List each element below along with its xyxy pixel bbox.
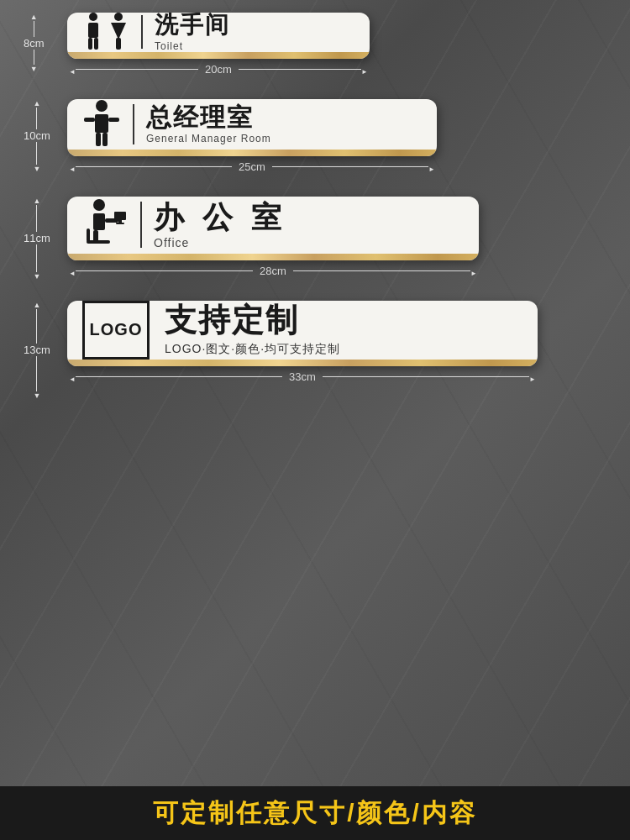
divider-2 [133, 104, 134, 144]
width-label-1: 20cm [198, 63, 239, 76]
height-label-3: 11cm [24, 232, 50, 244]
svg-rect-7 [95, 114, 108, 133]
sign-2-english: General Manager Room [146, 133, 271, 144]
svg-rect-11 [102, 133, 108, 146]
sign-row-4: ▲ 13cm ▼ LOGO 支持定制 LOGO·图文·颜色·均可支持定制 [67, 301, 605, 385]
right-arrow-2 [428, 160, 435, 175]
left-arrow-4 [69, 370, 76, 385]
height-indicator-1: ▲ 8cm ▼ [24, 13, 45, 73]
right-arrow-1 [361, 62, 368, 77]
svg-rect-9 [108, 118, 119, 122]
divider-3 [140, 202, 142, 248]
arrow-down-1: ▼ [30, 65, 38, 73]
sign-wrapper-3: 办 公 室 Office 28cm [67, 197, 605, 279]
sign-wrapper-1: 洗手间 Toilet 20cm [67, 13, 605, 77]
left-arrow-3 [69, 264, 76, 279]
arrow-up-4: ▲ [33, 301, 40, 309]
sign-2-chinese: 总经理室 [146, 103, 271, 131]
svg-rect-2 [88, 38, 92, 50]
arrow-up-3: ▲ [33, 197, 40, 205]
h-line-left-3 [76, 270, 253, 271]
svg-rect-8 [84, 118, 95, 122]
right-arrow-3 [470, 264, 477, 279]
svg-rect-3 [94, 38, 98, 50]
toilet-icons [82, 13, 129, 51]
female-icon [108, 13, 129, 51]
svg-rect-5 [116, 38, 121, 50]
svg-point-6 [96, 100, 108, 112]
sign-3-text: 办 公 室 Office [154, 201, 286, 249]
sign-4-sub: LOGO·图文·颜色·均可支持定制 [165, 342, 340, 357]
sign-1-content: 洗手间 Toilet [67, 13, 370, 52]
h-line-right-2 [272, 166, 428, 167]
height-indicator-2: ▲ 10cm ▼ [24, 99, 50, 173]
sign-3-english: Office [154, 236, 286, 249]
height-label-2: 10cm [24, 129, 50, 142]
arrow-down-4: ▼ [33, 391, 40, 400]
svg-rect-1 [88, 23, 98, 38]
wood-stripe-4 [67, 360, 538, 366]
arrow-down-3: ▼ [33, 272, 40, 281]
wood-stripe-3 [67, 254, 479, 260]
svg-rect-20 [116, 223, 124, 224]
h-line-left-1 [76, 69, 198, 70]
sign-1-english: Toilet [155, 40, 230, 52]
bottom-text: 可定制任意尺寸/颜色/内容 [153, 796, 477, 831]
wood-stripe-2 [67, 150, 437, 156]
h-line-right-4 [323, 376, 529, 377]
arrow-down-2: ▼ [33, 165, 40, 173]
svg-rect-10 [96, 133, 101, 146]
sign-2: 总经理室 General Manager Room [67, 99, 437, 156]
arrow-up-2: ▲ [33, 99, 40, 108]
svg-rect-16 [87, 240, 110, 244]
h-line-right-3 [293, 270, 470, 271]
width-dim-4: 33cm [67, 370, 538, 385]
sign-row-1: ▲ 8cm ▼ [67, 13, 605, 77]
sign-4: LOGO 支持定制 LOGO·图文·颜色·均可支持定制 [67, 301, 538, 366]
h-line-left-2 [76, 166, 232, 167]
svg-rect-18 [114, 212, 126, 220]
sign-wrapper-2: 总经理室 General Manager Room 25cm [67, 99, 605, 175]
width-dim-2: 25cm [67, 160, 437, 175]
office-icon [82, 197, 129, 254]
sign-1: 洗手间 Toilet [67, 13, 370, 59]
sign-wrapper-4: LOGO 支持定制 LOGO·图文·颜色·均可支持定制 33cm [67, 301, 605, 385]
left-arrow-1 [69, 62, 76, 77]
width-label-2: 25cm [232, 160, 272, 173]
width-dim-3: 28cm [67, 264, 479, 279]
width-label-3: 28cm [253, 265, 293, 277]
sign-4-content: LOGO 支持定制 LOGO·图文·颜色·均可支持定制 [67, 301, 538, 360]
width-dim-1: 20cm [67, 62, 370, 77]
height-indicator-4: ▲ 13cm ▼ [24, 301, 50, 400]
sign-2-content: 总经理室 General Manager Room [67, 99, 437, 150]
bottom-bar: 可定制任意尺寸/颜色/内容 [0, 786, 630, 840]
svg-point-4 [114, 13, 123, 21]
width-label-4: 33cm [282, 370, 323, 383]
svg-rect-17 [87, 228, 90, 242]
manager-icon [82, 99, 121, 150]
sign-3-content: 办 公 室 Office [67, 197, 479, 254]
sign-4-chinese: 支持定制 [165, 303, 340, 339]
left-arrow-2 [69, 160, 76, 175]
sign-3: 办 公 室 Office [67, 197, 479, 260]
sign-1-text: 洗手间 Toilet [155, 13, 230, 52]
h-line-right-1 [239, 69, 361, 70]
height-label-1: 8cm [24, 37, 45, 50]
background: ▲ 8cm ▼ [0, 0, 630, 840]
wood-stripe-1 [67, 52, 370, 59]
arrow-up-1: ▲ [30, 13, 38, 21]
height-label-4: 13cm [24, 344, 50, 356]
sign-1-chinese: 洗手间 [155, 13, 230, 39]
h-line-left-4 [76, 376, 282, 377]
sign-2-text: 总经理室 General Manager Room [146, 103, 271, 144]
signs-container: ▲ 8cm ▼ [67, 13, 605, 385]
svg-rect-19 [118, 220, 122, 223]
logo-box: LOGO [82, 301, 150, 360]
right-arrow-4 [529, 370, 536, 385]
sign-4-text: 支持定制 LOGO·图文·颜色·均可支持定制 [165, 303, 340, 357]
svg-point-12 [93, 199, 105, 211]
height-indicator-3: ▲ 11cm ▼ [24, 197, 50, 281]
divider-1 [141, 15, 143, 49]
svg-point-0 [89, 13, 97, 21]
logo-text: LOGO [90, 320, 143, 339]
